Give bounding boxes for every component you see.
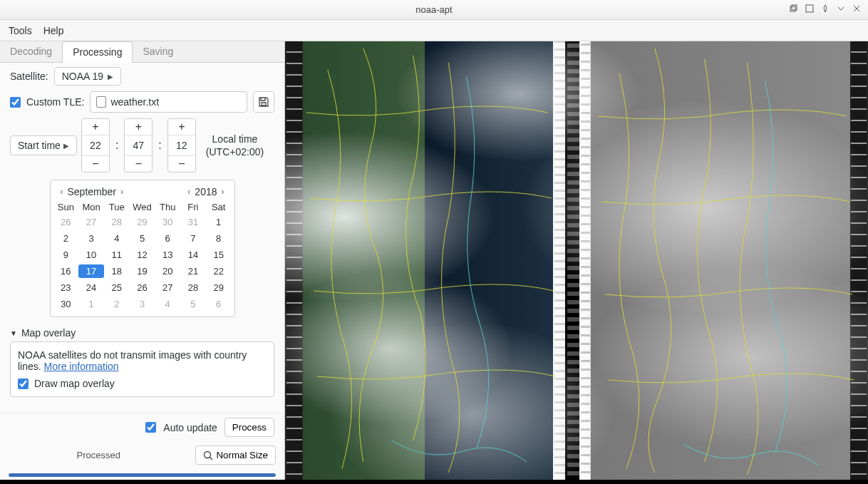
prev-year-button[interactable]: ‹: [185, 187, 193, 197]
satellite-label: Satellite:: [10, 71, 48, 82]
satellite-value: NOAA 19: [62, 71, 103, 82]
start-time-area: Start time ▶ + 22 − : + 47 − :: [10, 118, 274, 173]
more-info-link[interactable]: More information: [44, 361, 119, 372]
maximize-icon[interactable]: [804, 3, 815, 14]
calendar-day[interactable]: 27: [155, 281, 180, 294]
window-title: noaa-apt: [415, 4, 452, 15]
calendar-day[interactable]: 29: [130, 215, 155, 229]
calendar-day[interactable]: 11: [104, 248, 130, 262]
tab-decoding[interactable]: Decoding: [0, 41, 62, 62]
footer-row: Auto update Process: [0, 413, 284, 441]
image-preview[interactable]: [285, 41, 868, 480]
calendar-day[interactable]: 18: [104, 264, 130, 278]
hour-increment-button[interactable]: +: [82, 119, 109, 135]
calendar-day[interactable]: 17: [78, 264, 104, 278]
map-overlay-info: NOAA satellites do not transmit images w…: [18, 349, 267, 372]
tab-saving[interactable]: Saving: [133, 41, 183, 62]
prev-month-button[interactable]: ‹: [58, 187, 66, 197]
file-icon: [96, 96, 106, 108]
calendar-day[interactable]: 4: [104, 232, 130, 245]
calendar-dow: Wed: [130, 202, 155, 212]
calendar-day[interactable]: 26: [53, 215, 79, 229]
calendar-day[interactable]: 31: [180, 215, 206, 229]
second-value: 12: [168, 135, 195, 155]
close-icon[interactable]: [851, 3, 862, 14]
tle-file-field[interactable]: weather.txt: [90, 91, 247, 113]
calendar-day[interactable]: 19: [130, 264, 155, 278]
calendar-day[interactable]: 2: [53, 232, 79, 245]
calendar-day[interactable]: 16: [53, 264, 79, 278]
pin-icon[interactable]: [820, 3, 831, 14]
menu-tools[interactable]: Tools: [9, 25, 32, 36]
calendar-day[interactable]: 12: [130, 248, 155, 262]
calendar-day[interactable]: 4: [155, 297, 180, 311]
auto-update-checkbox[interactable]: [145, 422, 156, 433]
calendar: ‹ September › ‹ 2018 › SunMonTueWedThuFr…: [50, 180, 235, 317]
svg-rect-0: [790, 6, 795, 11]
svg-rect-2: [806, 5, 813, 12]
status-text: Processed: [9, 450, 188, 460]
calendar-day[interactable]: 29: [206, 281, 232, 294]
tle-save-button[interactable]: [253, 91, 274, 113]
svg-line-4: [210, 457, 213, 460]
restore-icon[interactable]: [788, 3, 800, 14]
normal-size-button[interactable]: Normal Size: [195, 446, 276, 465]
satellite-image: [285, 41, 868, 480]
calendar-day[interactable]: 26: [130, 281, 155, 294]
calendar-day[interactable]: 3: [78, 232, 104, 245]
calendar-day[interactable]: 1: [206, 215, 232, 229]
calendar-day[interactable]: 7: [180, 232, 206, 245]
custom-tle-label: Custom TLE:: [26, 96, 84, 108]
hour-decrement-button[interactable]: −: [82, 155, 109, 172]
calendar-day[interactable]: 3: [130, 297, 155, 311]
start-time-button[interactable]: Start time ▶: [10, 135, 77, 155]
calendar-day[interactable]: 20: [155, 264, 180, 278]
calendar-day[interactable]: 25: [104, 281, 130, 294]
map-overlay-expander[interactable]: ▼ Map overlay: [10, 327, 274, 339]
calendar-day[interactable]: 23: [53, 281, 79, 294]
calendar-day[interactable]: 13: [155, 248, 180, 262]
second-increment-button[interactable]: +: [168, 119, 195, 135]
menu-help[interactable]: Help: [43, 25, 64, 36]
calendar-day[interactable]: 10: [78, 248, 104, 262]
calendar-day[interactable]: 1: [78, 297, 104, 311]
calendar-day[interactable]: 6: [155, 232, 180, 245]
calendar-day[interactable]: 8: [206, 232, 232, 245]
next-month-button[interactable]: ›: [118, 187, 126, 197]
calendar-day[interactable]: 15: [206, 248, 232, 262]
calendar-day[interactable]: 14: [180, 248, 206, 262]
calendar-month: September: [68, 186, 116, 197]
calendar-day[interactable]: 30: [155, 215, 180, 229]
map-overlay-section: NOAA satellites do not transmit images w…: [10, 341, 274, 397]
satellite-dropdown[interactable]: NOAA 19 ▶: [54, 67, 121, 86]
custom-tle-checkbox[interactable]: [10, 97, 21, 108]
process-button[interactable]: Process: [224, 418, 274, 437]
calendar-day[interactable]: 5: [180, 297, 206, 311]
calendar-day[interactable]: 6: [206, 297, 232, 311]
tle-filename: weather.txt: [110, 96, 159, 108]
calendar-day[interactable]: 21: [180, 264, 206, 278]
calendar-day[interactable]: 24: [78, 281, 104, 294]
next-year-button[interactable]: ›: [219, 187, 227, 197]
calendar-dow: Mon: [78, 202, 104, 212]
window-controls: [788, 3, 862, 14]
calendar-day[interactable]: 27: [78, 215, 104, 229]
calendar-day[interactable]: 30: [53, 297, 79, 311]
calendar-day[interactable]: 2: [104, 297, 130, 311]
draw-map-overlay-checkbox[interactable]: [18, 379, 29, 389]
calendar-day[interactable]: 5: [130, 232, 155, 245]
calendar-day[interactable]: 28: [104, 215, 130, 229]
hour-spinner[interactable]: + 22 −: [81, 118, 110, 173]
magnifier-icon: [203, 450, 213, 460]
minimize-icon[interactable]: [835, 3, 847, 14]
second-spinner[interactable]: + 12 −: [167, 118, 196, 173]
map-overlay-title: Map overlay: [21, 327, 76, 339]
tab-processing[interactable]: Processing: [62, 41, 133, 63]
second-decrement-button[interactable]: −: [168, 155, 195, 172]
minute-increment-button[interactable]: +: [125, 119, 152, 135]
calendar-day[interactable]: 9: [53, 248, 79, 262]
calendar-day[interactable]: 22: [206, 264, 232, 278]
minute-spinner[interactable]: + 47 −: [124, 118, 153, 173]
calendar-day[interactable]: 28: [180, 281, 206, 294]
minute-decrement-button[interactable]: −: [125, 155, 152, 172]
